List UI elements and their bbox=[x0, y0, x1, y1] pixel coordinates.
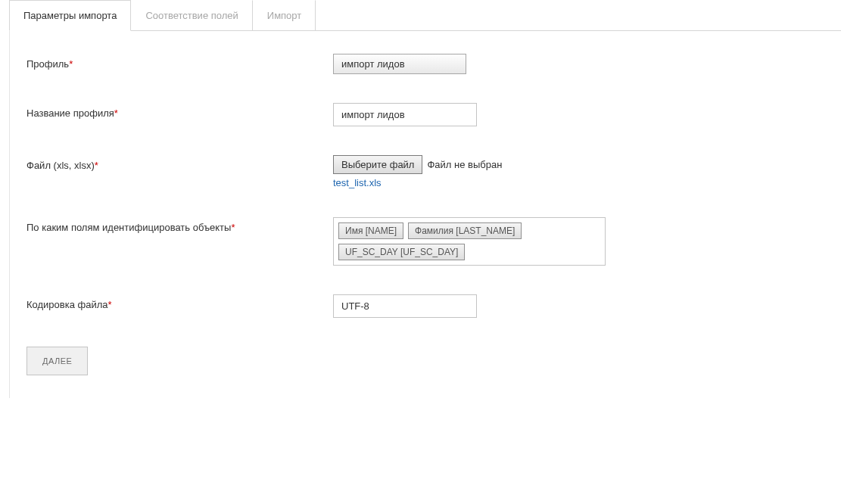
label-encoding: Кодировка файла* bbox=[26, 294, 333, 310]
label-profile-name-text: Название профиля bbox=[26, 107, 114, 119]
file-choose-button[interactable]: Выберите файл bbox=[333, 155, 422, 174]
tag-uf-sc-day[interactable]: UF_SC_DAY [UF_SC_DAY] bbox=[338, 244, 465, 260]
file-link[interactable]: test_list.xls bbox=[333, 177, 832, 188]
row-profile: Профиль* импорт лидов bbox=[26, 54, 832, 74]
label-identify-fields: По каким полям идентифицировать объекты* bbox=[26, 217, 333, 233]
label-encoding-text: Кодировка файла bbox=[26, 299, 108, 310]
row-identify-fields: По каким полям идентифицировать объекты*… bbox=[26, 217, 832, 266]
profile-select[interactable]: импорт лидов bbox=[333, 54, 466, 74]
form-body: Профиль* импорт лидов Название профиля* … bbox=[9, 31, 841, 398]
required-mark: * bbox=[95, 160, 98, 171]
row-file: Файл (xls, xlsx)* Выберите файл Файл не … bbox=[26, 155, 832, 188]
file-status-text: Файл не выбран bbox=[427, 159, 502, 170]
control-encoding bbox=[333, 294, 832, 318]
tag-lastname[interactable]: Фамилия [LAST_NAME] bbox=[408, 222, 522, 239]
tab-import-params[interactable]: Параметры импорта bbox=[9, 0, 131, 31]
next-button[interactable]: ДАЛЕЕ bbox=[26, 347, 88, 375]
row-profile-name: Название профиля* bbox=[26, 103, 832, 126]
label-identify-fields-text: По каким полям идентифицировать объекты bbox=[26, 222, 231, 233]
required-mark: * bbox=[108, 299, 112, 310]
label-profile-text: Профиль bbox=[26, 58, 69, 70]
label-file-text: Файл (xls, xlsx) bbox=[26, 160, 95, 171]
file-picker-row: Выберите файл Файл не выбран bbox=[333, 155, 832, 174]
control-profile: импорт лидов bbox=[333, 54, 832, 74]
required-mark: * bbox=[69, 58, 73, 70]
profile-name-input[interactable] bbox=[333, 103, 477, 126]
label-profile: Профиль* bbox=[26, 54, 333, 70]
required-mark: * bbox=[114, 107, 118, 119]
identify-fields-tagbox[interactable]: Имя [NAME] Фамилия [LAST_NAME] UF_SC_DAY… bbox=[333, 217, 606, 266]
control-identify-fields: Имя [NAME] Фамилия [LAST_NAME] UF_SC_DAY… bbox=[333, 217, 832, 266]
tab-field-mapping[interactable]: Соответствие полей bbox=[131, 0, 252, 30]
tab-import[interactable]: Импорт bbox=[253, 0, 316, 30]
tag-name[interactable]: Имя [NAME] bbox=[338, 222, 403, 239]
tabs-bar: Параметры импорта Соответствие полей Имп… bbox=[9, 0, 841, 31]
label-profile-name: Название профиля* bbox=[26, 103, 333, 119]
control-profile-name bbox=[333, 103, 832, 126]
row-encoding: Кодировка файла* bbox=[26, 294, 832, 318]
control-file: Выберите файл Файл не выбран test_list.x… bbox=[333, 155, 832, 188]
import-form-container: Параметры импорта Соответствие полей Имп… bbox=[0, 0, 841, 398]
required-mark: * bbox=[231, 222, 235, 233]
row-submit: ДАЛЕЕ bbox=[26, 347, 832, 375]
label-file: Файл (xls, xlsx)* bbox=[26, 155, 333, 171]
encoding-input[interactable] bbox=[333, 294, 477, 318]
